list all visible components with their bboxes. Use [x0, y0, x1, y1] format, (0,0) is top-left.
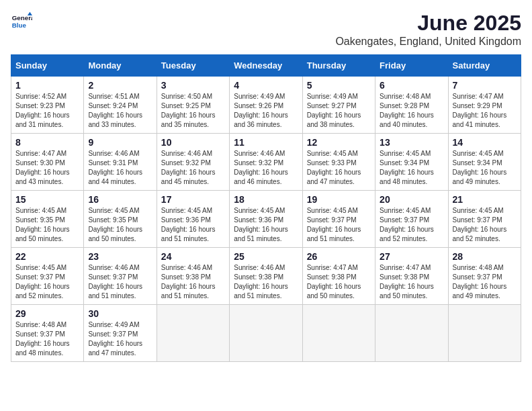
day-number: 30 [88, 308, 152, 319]
day-number: 8 [15, 137, 79, 148]
calendar-cell: 20Sunrise: 4:45 AMSunset: 9:37 PMDayligh… [375, 191, 448, 248]
day-number: 27 [380, 251, 443, 262]
day-info: Sunrise: 4:50 AMSunset: 9:25 PMDaylight:… [161, 92, 225, 130]
day-info: Sunrise: 4:51 AMSunset: 9:24 PMDaylight:… [88, 92, 152, 130]
calendar-cell: 9Sunrise: 4:46 AMSunset: 9:31 PMDaylight… [84, 134, 157, 191]
calendar-week-1: 1Sunrise: 4:52 AMSunset: 9:23 PMDaylight… [11, 77, 521, 134]
calendar-cell: 27Sunrise: 4:47 AMSunset: 9:38 PMDayligh… [375, 248, 448, 305]
calendar-cell: 14Sunrise: 4:45 AMSunset: 9:34 PMDayligh… [448, 134, 521, 191]
day-number: 21 [453, 194, 517, 205]
calendar-cell: 13Sunrise: 4:45 AMSunset: 9:34 PMDayligh… [375, 134, 448, 191]
day-number: 15 [15, 194, 79, 205]
day-info: Sunrise: 4:45 AMSunset: 9:35 PMDaylight:… [88, 206, 152, 244]
calendar-cell: 3Sunrise: 4:50 AMSunset: 9:25 PMDaylight… [157, 77, 229, 134]
day-number: 9 [88, 137, 152, 148]
calendar-cell: 7Sunrise: 4:47 AMSunset: 9:29 PMDaylight… [448, 77, 521, 134]
day-info: Sunrise: 4:47 AMSunset: 9:38 PMDaylight:… [380, 263, 443, 301]
calendar-cell: 24Sunrise: 4:46 AMSunset: 9:38 PMDayligh… [157, 248, 229, 305]
day-number: 3 [161, 80, 225, 91]
calendar-cell: 29Sunrise: 4:48 AMSunset: 9:37 PMDayligh… [11, 305, 84, 362]
calendar-cell [230, 305, 302, 362]
day-info: Sunrise: 4:45 AMSunset: 9:37 PMDaylight:… [307, 206, 371, 244]
header-monday: Monday [84, 55, 157, 77]
day-info: Sunrise: 4:49 AMSunset: 9:37 PMDaylight:… [88, 320, 152, 358]
day-number: 26 [307, 251, 371, 262]
day-number: 14 [453, 137, 517, 148]
day-info: Sunrise: 4:48 AMSunset: 9:37 PMDaylight:… [453, 263, 517, 301]
day-info: Sunrise: 4:46 AMSunset: 9:31 PMDaylight:… [88, 149, 152, 187]
calendar-cell: 5Sunrise: 4:49 AMSunset: 9:27 PMDaylight… [302, 77, 375, 134]
day-info: Sunrise: 4:46 AMSunset: 9:37 PMDaylight:… [88, 263, 152, 301]
day-number: 16 [88, 194, 152, 205]
calendar-header-row: SundayMondayTuesdayWednesdayThursdayFrid… [11, 55, 521, 77]
calendar-cell [302, 305, 375, 362]
header-saturday: Saturday [448, 55, 521, 77]
day-info: Sunrise: 4:46 AMSunset: 9:38 PMDaylight:… [234, 263, 298, 301]
calendar-cell [448, 305, 521, 362]
day-info: Sunrise: 4:52 AMSunset: 9:23 PMDaylight:… [15, 92, 79, 130]
calendar-cell: 18Sunrise: 4:45 AMSunset: 9:36 PMDayligh… [230, 191, 302, 248]
day-number: 5 [307, 80, 371, 91]
header-tuesday: Tuesday [157, 55, 229, 77]
day-number: 22 [15, 251, 79, 262]
day-info: Sunrise: 4:48 AMSunset: 9:37 PMDaylight:… [15, 320, 79, 358]
calendar-cell: 10Sunrise: 4:46 AMSunset: 9:32 PMDayligh… [157, 134, 229, 191]
day-number: 1 [15, 80, 79, 91]
day-number: 6 [380, 80, 443, 91]
calendar-table: SundayMondayTuesdayWednesdayThursdayFrid… [11, 54, 521, 362]
day-info: Sunrise: 4:45 AMSunset: 9:34 PMDaylight:… [380, 149, 443, 187]
calendar-cell [157, 305, 229, 362]
calendar-week-3: 15Sunrise: 4:45 AMSunset: 9:35 PMDayligh… [11, 191, 521, 248]
day-info: Sunrise: 4:49 AMSunset: 9:26 PMDaylight:… [234, 92, 298, 130]
calendar-cell: 23Sunrise: 4:46 AMSunset: 9:37 PMDayligh… [84, 248, 157, 305]
day-number: 12 [307, 137, 371, 148]
day-info: Sunrise: 4:45 AMSunset: 9:33 PMDaylight:… [307, 149, 371, 187]
day-number: 28 [453, 251, 517, 262]
calendar-week-5: 29Sunrise: 4:48 AMSunset: 9:37 PMDayligh… [11, 305, 521, 362]
day-number: 29 [15, 308, 79, 319]
calendar-cell: 30Sunrise: 4:49 AMSunset: 9:37 PMDayligh… [84, 305, 157, 362]
day-info: Sunrise: 4:45 AMSunset: 9:35 PMDaylight:… [15, 206, 79, 244]
day-number: 4 [234, 80, 298, 91]
day-number: 17 [161, 194, 225, 205]
header-friday: Friday [375, 55, 448, 77]
day-info: Sunrise: 4:46 AMSunset: 9:32 PMDaylight:… [234, 149, 298, 187]
calendar-cell: 8Sunrise: 4:47 AMSunset: 9:30 PMDaylight… [11, 134, 84, 191]
day-number: 24 [161, 251, 225, 262]
day-info: Sunrise: 4:45 AMSunset: 9:37 PMDaylight:… [15, 263, 79, 301]
calendar-cell: 6Sunrise: 4:48 AMSunset: 9:28 PMDaylight… [375, 77, 448, 134]
calendar-cell: 28Sunrise: 4:48 AMSunset: 9:37 PMDayligh… [448, 248, 521, 305]
day-info: Sunrise: 4:46 AMSunset: 9:32 PMDaylight:… [161, 149, 225, 187]
calendar-cell: 21Sunrise: 4:45 AMSunset: 9:37 PMDayligh… [448, 191, 521, 248]
day-number: 19 [307, 194, 371, 205]
calendar-cell: 25Sunrise: 4:46 AMSunset: 9:38 PMDayligh… [230, 248, 302, 305]
day-info: Sunrise: 4:48 AMSunset: 9:28 PMDaylight:… [380, 92, 443, 130]
day-number: 18 [234, 194, 298, 205]
day-number: 7 [453, 80, 517, 91]
calendar-cell: 15Sunrise: 4:45 AMSunset: 9:35 PMDayligh… [11, 191, 84, 248]
day-info: Sunrise: 4:47 AMSunset: 9:29 PMDaylight:… [453, 92, 517, 130]
calendar-cell: 17Sunrise: 4:45 AMSunset: 9:36 PMDayligh… [157, 191, 229, 248]
header-sunday: Sunday [11, 55, 84, 77]
day-info: Sunrise: 4:46 AMSunset: 9:38 PMDaylight:… [161, 263, 225, 301]
day-info: Sunrise: 4:45 AMSunset: 9:37 PMDaylight:… [453, 206, 517, 244]
calendar-cell: 11Sunrise: 4:46 AMSunset: 9:32 PMDayligh… [230, 134, 302, 191]
calendar-week-2: 8Sunrise: 4:47 AMSunset: 9:30 PMDaylight… [11, 134, 521, 191]
header-wednesday: Wednesday [230, 55, 302, 77]
day-info: Sunrise: 4:45 AMSunset: 9:34 PMDaylight:… [453, 149, 517, 187]
month-title: June 2025 [335, 11, 521, 36]
title-area: June 2025 Oakengates, England, United Ki… [335, 11, 521, 48]
svg-text:Blue: Blue [12, 21, 27, 29]
location: Oakengates, England, United Kingdom [335, 36, 521, 48]
day-number: 10 [161, 137, 225, 148]
header: General Blue June 2025 Oakengates, Engla… [11, 11, 521, 48]
day-info: Sunrise: 4:45 AMSunset: 9:37 PMDaylight:… [380, 206, 443, 244]
day-number: 25 [234, 251, 298, 262]
day-number: 13 [380, 137, 443, 148]
day-number: 2 [88, 80, 152, 91]
calendar-cell: 1Sunrise: 4:52 AMSunset: 9:23 PMDaylight… [11, 77, 84, 134]
day-info: Sunrise: 4:45 AMSunset: 9:36 PMDaylight:… [234, 206, 298, 244]
logo: General Blue [11, 11, 32, 32]
calendar-cell: 19Sunrise: 4:45 AMSunset: 9:37 PMDayligh… [302, 191, 375, 248]
day-info: Sunrise: 4:47 AMSunset: 9:38 PMDaylight:… [307, 263, 371, 301]
